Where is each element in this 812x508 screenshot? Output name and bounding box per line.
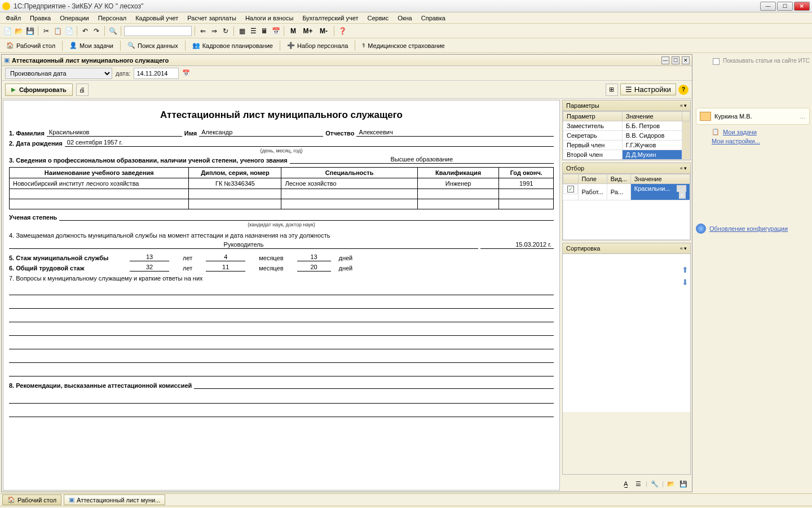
window-close-button[interactable]: ✕ — [794, 2, 810, 11]
font-settings-icon[interactable]: A̲ — [621, 479, 631, 489]
date-mode-select[interactable]: Произвольная дата — [5, 68, 112, 79]
menu-personnel[interactable]: Персонал — [94, 14, 131, 23]
question-line — [9, 323, 554, 336]
open-folder-icon[interactable]: 📂 — [666, 479, 676, 489]
doc-maximize-button[interactable]: ☐ — [672, 56, 679, 64]
show-articles-checkbox[interactable] — [713, 58, 720, 65]
date-picker-icon[interactable]: 📅 — [182, 69, 190, 77]
nav-med-insurance[interactable]: ⚕Медицинское страхование — [358, 40, 448, 51]
param-row[interactable]: СекретарьВ.В. Сидоров — [563, 131, 690, 141]
sort-down-icon[interactable]: ⬇ — [682, 278, 689, 287]
birthdate-caption: (день, месяц, год) — [9, 148, 554, 154]
doc-close-button[interactable]: ✕ — [682, 56, 690, 64]
user-menu-icon[interactable]: … — [800, 113, 806, 120]
link-update-config[interactable]: Обновление конфигурации — [709, 225, 788, 232]
structure-icon[interactable]: ▦ — [237, 26, 247, 36]
m-plus-button[interactable]: M+ — [301, 26, 315, 36]
list-settings-icon[interactable]: ☰ — [633, 479, 643, 489]
edu-th-specialty: Специальность — [281, 168, 417, 178]
menu-service[interactable]: Сервис — [363, 14, 394, 23]
recommendations-label: 8. Рекомендации, высказанные аттестацион… — [9, 382, 192, 389]
generate-button[interactable]: ▶ Сформировать — [5, 84, 73, 96]
window-minimize-button[interactable]: — — [760, 2, 776, 11]
calc-icon[interactable]: 🖩 — [259, 26, 270, 36]
layout-icon[interactable]: ⊞ — [606, 84, 618, 96]
nav-back-icon[interactable]: ⇐ — [198, 26, 208, 36]
nav-recruitment[interactable]: ➕Набор персонала — [283, 40, 352, 51]
param-row-selected[interactable]: Второй членД.Д.Мухин — [563, 150, 690, 160]
menu-operations[interactable]: Операции — [55, 14, 93, 23]
panel-collapse-icon[interactable]: « — [680, 246, 683, 251]
doc-minimize-button[interactable]: — — [661, 56, 669, 64]
link-my-tasks[interactable]: Мои задачи — [723, 129, 757, 135]
filter-checkbox[interactable]: ✓ — [567, 186, 574, 192]
paste-icon[interactable]: 📄 — [64, 26, 74, 36]
menu-accounting[interactable]: Бухгалтерский учет — [298, 14, 363, 23]
menu-help[interactable]: Справка — [417, 14, 450, 23]
save-icon[interactable]: 💾 — [25, 26, 35, 36]
nav-fwd-icon[interactable]: ⇒ — [209, 26, 219, 36]
param-row[interactable]: ЗаместительБ.Б. Петров — [563, 121, 690, 131]
open-icon[interactable]: 📂 — [14, 26, 24, 36]
tab-document[interactable]: ▣Аттестационный лист муни... — [64, 494, 165, 505]
m-minus-button[interactable]: M- — [316, 26, 331, 36]
help-button[interactable]: ? — [678, 85, 689, 95]
undo-icon[interactable]: ↶ — [80, 26, 90, 36]
save-disk-icon[interactable]: 💾 — [678, 479, 689, 489]
menu-salary[interactable]: Расчет зарплаты — [183, 14, 241, 23]
menu-edit[interactable]: Правка — [25, 14, 55, 23]
refresh-icon[interactable]: ↻ — [220, 26, 231, 36]
date-input[interactable] — [134, 68, 179, 79]
nav-desktop[interactable]: 🏠Рабочий стол — [2, 40, 59, 51]
toolbar-main: 📄 📂 💾 ✂ 📋 📄 ↶ ↷ 🔍 ⇐ ⇒ ↻ ▦ ☰ 🖩 📅 M M+ M- … — [0, 24, 812, 38]
right-sidebar: Показывать статьи на сайте ИТС Куркина М… — [694, 53, 812, 493]
menu-file[interactable]: Файл — [1, 14, 25, 23]
print-icon[interactable]: 🖨 — [76, 84, 89, 96]
link-my-settings[interactable]: Мои настройки... — [712, 138, 810, 144]
desktop-icon: 🏠 — [6, 42, 14, 49]
new-doc-icon[interactable]: 📄 — [2, 26, 12, 36]
tab-desktop[interactable]: 🏠Рабочий стол — [2, 494, 61, 505]
sort-up-icon[interactable]: ⬆ — [682, 265, 689, 274]
panel-menu-icon[interactable]: ▾ — [684, 246, 687, 251]
panel-menu-icon[interactable]: ▾ — [684, 165, 687, 171]
help-icon[interactable]: ❓ — [337, 26, 347, 36]
param-row[interactable]: Первый членГ.Г.Жучков — [563, 141, 690, 150]
report-content[interactable]: Аттестационный лист муниципального служа… — [3, 100, 560, 491]
panel-collapse-icon[interactable]: « — [680, 165, 683, 171]
user-card[interactable]: Куркина М.В. … — [696, 108, 810, 125]
edu-row: Новосибирский институт лесного хозяйства… — [10, 178, 554, 189]
edu-row-empty — [10, 189, 554, 199]
date-label: дата: — [116, 70, 130, 77]
nav-search-data[interactable]: 🔍Поиск данных — [123, 40, 182, 51]
redo-icon[interactable]: ↷ — [91, 26, 102, 36]
calendar-icon[interactable]: 📅 — [271, 26, 281, 36]
menu-taxes[interactable]: Налоги и взносы — [241, 14, 298, 23]
app-logo-icon — [2, 2, 10, 10]
nav-my-tasks[interactable]: 👤Мои задачи — [65, 40, 117, 51]
education-value: Высшее образование — [290, 156, 554, 164]
find-icon[interactable]: 🔍 — [108, 26, 118, 36]
document-date-bar: Произвольная дата дата: 📅 — [2, 66, 692, 81]
panel-menu-icon[interactable]: ▾ — [684, 103, 687, 108]
question-line — [9, 283, 554, 295]
list-icon[interactable]: ☰ — [248, 26, 258, 36]
panel-collapse-icon[interactable]: « — [680, 103, 683, 108]
window-maximize-button[interactable]: ☐ — [777, 2, 793, 11]
quick-search-input[interactable] — [124, 26, 192, 36]
menu-windows[interactable]: Окна — [393, 14, 417, 23]
cut-icon[interactable]: ✂ — [41, 26, 51, 36]
recommendation-line — [9, 391, 554, 404]
recruitment-icon: ➕ — [287, 42, 295, 49]
wrench-icon[interactable]: 🔧 — [650, 479, 660, 489]
filter-more-icon[interactable]: … — [677, 185, 686, 192]
menu-hr-records[interactable]: Кадровый учет — [131, 14, 183, 23]
filter-row[interactable]: ✓ Работ... Ра... Красильни... …× — [563, 184, 690, 200]
copy-icon[interactable]: 📋 — [52, 26, 63, 36]
nav-staff-planning[interactable]: 👥Кадровое планирование — [188, 40, 277, 51]
ts-days: 20 — [297, 264, 331, 271]
m-button[interactable]: M — [287, 26, 299, 36]
window-tabs-bar: 🏠Рабочий стол ▣Аттестационный лист муни.… — [0, 493, 812, 506]
settings-button[interactable]: ☰ Настройки — [620, 84, 676, 95]
filter-clear-icon[interactable]: × — [679, 192, 686, 199]
